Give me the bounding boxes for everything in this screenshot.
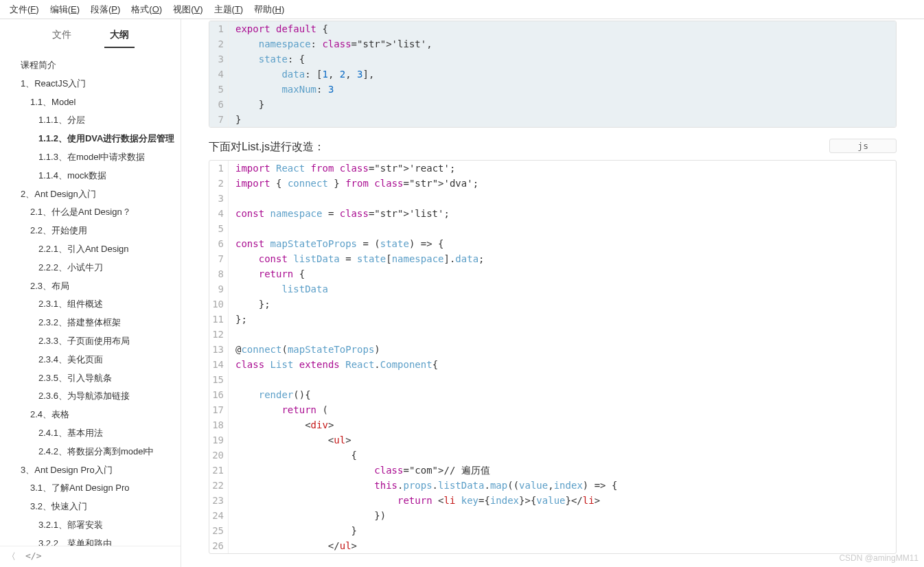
outline-item[interactable]: 1.1.3、在model中请求数据 [0, 148, 181, 167]
code-line[interactable]: data: [1, 2, 3], [229, 67, 896, 82]
line-number: 13 [209, 342, 229, 357]
line-number: 2 [209, 176, 229, 191]
outline-item[interactable]: 3.2.1、部署安装 [0, 516, 181, 535]
outline-item[interactable]: 1.1.4、mock数据 [0, 167, 181, 185]
code-line[interactable]: @connect(mapStateToProps) [229, 342, 896, 357]
outline-item[interactable]: 3.1、了解Ant Design Pro [0, 479, 181, 498]
outline-item[interactable]: 2.2.2、小试牛刀 [0, 259, 181, 277]
code-line[interactable]: return ( [229, 402, 896, 417]
code-line[interactable]: import React from class="str">'react'; [229, 161, 896, 176]
line-number: 18 [209, 417, 229, 432]
code-line[interactable]: this.props.listData.map((value,index) =>… [229, 478, 896, 493]
outline-item[interactable]: 2.4.2、将数据分离到model中 [0, 443, 181, 461]
code-line[interactable]: }; [229, 312, 896, 327]
line-number: 1 [209, 161, 229, 176]
menu-v[interactable]: 视图(V) [168, 1, 208, 18]
menu-e[interactable]: 编辑(E) [45, 1, 85, 18]
outline-item[interactable]: 1、ReactJS入门 [0, 75, 181, 93]
outline-item[interactable]: 2.1、什么是Ant Design？ [0, 203, 181, 222]
code-line[interactable]: return { [229, 266, 896, 281]
code-line[interactable]: namespace: class="str">'list', [229, 36, 896, 51]
code-line[interactable] [229, 372, 896, 387]
code-line[interactable]: }; [229, 297, 896, 312]
outline-item[interactable]: 3.2、快速入门 [0, 498, 181, 516]
line-number: 20 [209, 448, 229, 463]
outline-item[interactable]: 2.3.6、为导航添加链接 [0, 387, 181, 406]
line-number: 17 [209, 402, 229, 417]
code-line[interactable]: <div> [229, 417, 896, 432]
menu-t[interactable]: 主题(T) [209, 1, 249, 18]
code-line[interactable]: maxNum: 3 [229, 82, 896, 97]
outline-item[interactable]: 1.1、Model [0, 93, 181, 112]
line-number: 8 [209, 266, 229, 281]
code-line[interactable] [229, 327, 896, 342]
code-line[interactable]: listData [229, 281, 896, 297]
line-number: 25 [209, 523, 229, 538]
code-line[interactable]: } [229, 112, 896, 127]
line-number: 6 [209, 97, 229, 112]
sidebar-footer: 〈 </> [0, 546, 181, 567]
code-line[interactable]: import { connect } from class="str">'dva… [229, 176, 896, 191]
watermark: CSDN @amingMM11 [839, 553, 919, 563]
line-number: 4 [209, 206, 229, 221]
line-number: 5 [209, 82, 229, 97]
code-icon[interactable]: </> [25, 551, 41, 563]
code-line[interactable]: { [229, 448, 896, 463]
outline-item[interactable]: 1.1.1、分层 [0, 111, 181, 130]
outline-item[interactable]: 2.3.2、搭建整体框架 [0, 314, 181, 332]
code-line[interactable] [229, 221, 896, 236]
outline-list: 课程简介1、ReactJS入门1.1、Model1.1.1、分层1.1.2、使用… [0, 48, 181, 546]
outline-item[interactable]: 2.2、开始使用 [0, 222, 181, 240]
code-line[interactable]: } [229, 97, 896, 112]
outline-item[interactable]: 课程简介 [0, 56, 181, 75]
outline-item[interactable]: 2.4.1、基本用法 [0, 424, 181, 443]
code-line[interactable]: class="com">// 遍历值 [229, 463, 896, 478]
code-line[interactable]: export default { [229, 21, 896, 36]
code-line[interactable] [229, 191, 896, 206]
line-number: 21 [209, 463, 229, 478]
language-badge[interactable]: js [829, 139, 897, 153]
line-number: 10 [209, 297, 229, 312]
editor-content[interactable]: 1export default {2 namespace: class="str… [181, 19, 924, 567]
outline-item[interactable]: 1.1.2、使用DVA进行数据分层管理 [0, 130, 181, 148]
line-number: 26 [209, 538, 229, 553]
code-line[interactable]: }) [229, 508, 896, 523]
code-line[interactable]: } [229, 523, 896, 538]
outline-item[interactable]: 2.4、表格 [0, 406, 181, 424]
code-line[interactable]: state: { [229, 51, 896, 67]
sidebar: 文件 大纲 课程简介1、ReactJS入门1.1、Model1.1.1、分层1.… [0, 19, 181, 567]
code-line[interactable]: <ul> [229, 432, 896, 448]
code-line[interactable]: const listData = state[namespace].data; [229, 251, 896, 266]
tab-file[interactable]: 文件 [47, 29, 77, 48]
code-line[interactable]: render(){ [229, 387, 896, 402]
outline-item[interactable]: 3.2.2、菜单和路由 [0, 535, 181, 546]
code-line[interactable]: class List extends React.Component{ [229, 357, 896, 372]
line-number: 24 [209, 508, 229, 523]
outline-item[interactable]: 2.3.3、子页面使用布局 [0, 332, 181, 351]
code-line[interactable]: </ul> [229, 538, 896, 553]
code-block-model: 1export default {2 namespace: class="str… [209, 21, 897, 128]
menu-h[interactable]: 帮助(H) [249, 1, 290, 18]
tab-outline[interactable]: 大纲 [104, 29, 135, 48]
code-line[interactable]: return <li key={index}>{value}</li> [229, 493, 896, 508]
menu-p[interactable]: 段落(P) [85, 1, 126, 18]
outline-item[interactable]: 2、Ant Design入门 [0, 185, 181, 204]
menu-o[interactable]: 格式(O) [126, 1, 168, 18]
sidebar-tabs: 文件 大纲 [0, 19, 181, 48]
outline-item[interactable]: 2.3.5、引入导航条 [0, 369, 181, 388]
outline-item[interactable]: 2.3、布局 [0, 277, 181, 296]
line-number: 2 [209, 36, 229, 51]
outline-item[interactable]: 3、Ant Design Pro入门 [0, 461, 181, 480]
outline-item[interactable]: 2.2.1、引入Ant Design [0, 240, 181, 259]
line-number: 19 [209, 432, 229, 448]
line-number: 14 [209, 357, 229, 372]
back-icon[interactable]: 〈 [7, 551, 16, 563]
outline-item[interactable]: 2.3.1、组件概述 [0, 295, 181, 314]
outline-item[interactable]: 2.3.4、美化页面 [0, 351, 181, 369]
line-number: 7 [209, 112, 229, 127]
code-line[interactable]: const namespace = class="str">'list'; [229, 206, 896, 221]
code-line[interactable]: const mapStateToProps = (state) => { [229, 236, 896, 251]
menu-f[interactable]: 文件(F) [4, 1, 45, 18]
line-number: 1 [209, 21, 229, 36]
line-number: 7 [209, 251, 229, 266]
